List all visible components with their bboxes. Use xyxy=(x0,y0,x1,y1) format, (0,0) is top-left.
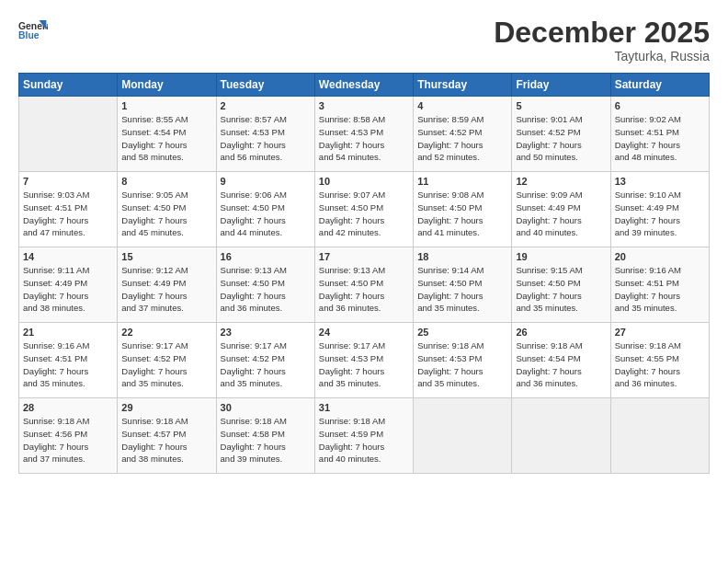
calendar-cell: 6Sunrise: 9:02 AMSunset: 4:51 PMDaylight… xyxy=(610,97,709,172)
cell-line: Sunrise: 9:01 AM xyxy=(516,114,582,124)
cell-line: Sunrise: 9:14 AM xyxy=(417,265,483,275)
cell-line: Sunrise: 9:12 AM xyxy=(121,265,188,275)
cell-line: Sunset: 4:53 PM xyxy=(319,127,383,137)
logo-icon: General Blue xyxy=(18,17,48,46)
cell-line: and 40 minutes. xyxy=(516,227,578,237)
calendar-cell xyxy=(512,398,610,474)
cell-line: Sunset: 4:53 PM xyxy=(319,353,383,363)
cell-line: Daylight: 7 hours xyxy=(121,366,187,376)
cell-content: Sunrise: 9:16 AMSunset: 4:51 PMDaylight:… xyxy=(23,339,113,390)
cell-line: Sunrise: 9:16 AM xyxy=(23,340,89,350)
cell-line: Sunrise: 9:11 AM xyxy=(23,265,89,275)
cell-line: Sunset: 4:50 PM xyxy=(319,278,383,288)
cell-line: Daylight: 7 hours xyxy=(221,140,286,150)
cell-line: Sunrise: 9:09 AM xyxy=(516,190,582,200)
cell-line: Sunset: 4:52 PM xyxy=(221,353,285,363)
cell-line: and 44 minutes. xyxy=(221,227,283,237)
cell-line: Daylight: 7 hours xyxy=(23,366,88,376)
cell-line: Sunset: 4:55 PM xyxy=(615,353,679,363)
cell-line: and 35 minutes. xyxy=(516,303,578,313)
cell-line: Sunset: 4:53 PM xyxy=(417,353,482,363)
cell-line: Sunset: 4:50 PM xyxy=(221,202,285,213)
day-number: 17 xyxy=(319,251,409,262)
cell-line: Daylight: 7 hours xyxy=(319,215,384,225)
calendar-cell: 28Sunrise: 9:18 AMSunset: 4:56 PMDayligh… xyxy=(19,398,118,474)
day-header-saturday: Saturday xyxy=(610,74,709,97)
cell-line: Sunset: 4:53 PM xyxy=(221,127,285,137)
cell-line: and 39 minutes. xyxy=(615,227,677,237)
calendar-cell: 27Sunrise: 9:18 AMSunset: 4:55 PMDayligh… xyxy=(610,323,709,398)
cell-line: Daylight: 7 hours xyxy=(319,140,384,150)
cell-line: Sunrise: 9:15 AM xyxy=(516,265,582,275)
cell-line: Daylight: 7 hours xyxy=(221,442,286,452)
cell-line: Sunset: 4:59 PM xyxy=(319,429,383,439)
cell-line: Sunrise: 8:59 AM xyxy=(417,114,483,124)
cell-line: Sunset: 4:57 PM xyxy=(121,429,186,439)
cell-content: Sunrise: 9:03 AMSunset: 4:51 PMDaylight:… xyxy=(23,189,113,239)
cell-line: Sunrise: 9:17 AM xyxy=(319,340,385,350)
cell-line: Daylight: 7 hours xyxy=(221,366,286,376)
day-number: 14 xyxy=(23,251,113,262)
cell-content: Sunrise: 8:59 AMSunset: 4:52 PMDaylight:… xyxy=(417,113,507,164)
day-number: 16 xyxy=(221,251,311,262)
cell-content: Sunrise: 8:55 AMSunset: 4:54 PMDaylight:… xyxy=(121,113,211,164)
cell-line: and 47 minutes. xyxy=(23,227,85,237)
day-number: 12 xyxy=(516,176,606,187)
calendar-cell: 30Sunrise: 9:18 AMSunset: 4:58 PMDayligh… xyxy=(216,398,314,474)
cell-content: Sunrise: 9:17 AMSunset: 4:52 PMDaylight:… xyxy=(221,339,311,390)
cell-line: Sunrise: 9:02 AM xyxy=(615,114,681,124)
cell-line: Sunrise: 9:17 AM xyxy=(121,340,188,350)
cell-line: Daylight: 7 hours xyxy=(516,140,581,150)
day-number: 6 xyxy=(615,100,705,111)
month-title: December 2025 xyxy=(494,17,710,49)
cell-line: Sunrise: 8:57 AM xyxy=(221,114,287,124)
week-row-2: 14Sunrise: 9:11 AMSunset: 4:49 PMDayligh… xyxy=(19,247,710,323)
cell-line: and 58 minutes. xyxy=(121,152,184,162)
calendar-cell: 3Sunrise: 8:58 AMSunset: 4:53 PMDaylight… xyxy=(314,97,413,172)
cell-line: Daylight: 7 hours xyxy=(23,215,88,225)
cell-line: and 35 minutes. xyxy=(23,378,85,388)
cell-line: Daylight: 7 hours xyxy=(121,215,187,225)
calendar-cell: 21Sunrise: 9:16 AMSunset: 4:51 PMDayligh… xyxy=(19,323,118,398)
cell-content: Sunrise: 9:18 AMSunset: 4:56 PMDaylight:… xyxy=(23,415,113,465)
cell-line: Sunset: 4:51 PM xyxy=(23,202,87,213)
cell-content: Sunrise: 9:12 AMSunset: 4:49 PMDaylight:… xyxy=(121,264,211,315)
cell-line: Sunrise: 9:18 AM xyxy=(221,416,287,426)
cell-content: Sunrise: 9:15 AMSunset: 4:50 PMDaylight:… xyxy=(516,264,606,315)
cell-line: and 37 minutes. xyxy=(23,454,85,464)
calendar-cell: 2Sunrise: 8:57 AMSunset: 4:53 PMDaylight… xyxy=(216,97,314,172)
cell-content: Sunrise: 9:13 AMSunset: 4:50 PMDaylight:… xyxy=(221,264,311,315)
calendar-cell: 4Sunrise: 8:59 AMSunset: 4:52 PMDaylight… xyxy=(414,97,512,172)
day-number: 23 xyxy=(221,327,311,338)
cell-line: Sunset: 4:50 PM xyxy=(319,202,383,213)
cell-line: Daylight: 7 hours xyxy=(615,140,680,150)
day-number: 4 xyxy=(417,100,507,111)
day-number: 28 xyxy=(23,402,113,413)
cell-content: Sunrise: 9:01 AMSunset: 4:52 PMDaylight:… xyxy=(516,113,606,164)
calendar-cell: 8Sunrise: 9:05 AMSunset: 4:50 PMDaylight… xyxy=(118,172,216,247)
day-header-wednesday: Wednesday xyxy=(314,74,413,97)
cell-line: Sunrise: 9:16 AM xyxy=(615,265,681,275)
cell-line: and 56 minutes. xyxy=(221,152,283,162)
header: General Blue December 2025 Tayturka, Rus… xyxy=(18,17,710,63)
cell-line: Sunset: 4:50 PM xyxy=(417,202,482,213)
calendar-cell: 14Sunrise: 9:11 AMSunset: 4:49 PMDayligh… xyxy=(19,247,118,323)
calendar-cell xyxy=(610,398,709,474)
cell-line: Daylight: 7 hours xyxy=(23,442,88,452)
cell-line: Sunrise: 9:18 AM xyxy=(516,340,582,350)
day-number: 5 xyxy=(516,100,606,111)
cell-line: Sunrise: 9:18 AM xyxy=(121,416,188,426)
cell-content: Sunrise: 9:07 AMSunset: 4:50 PMDaylight:… xyxy=(319,189,409,239)
cell-content: Sunrise: 9:05 AMSunset: 4:50 PMDaylight:… xyxy=(121,189,211,239)
cell-line: Sunrise: 8:55 AM xyxy=(121,114,188,124)
cell-line: and 35 minutes. xyxy=(121,378,184,388)
cell-content: Sunrise: 9:11 AMSunset: 4:49 PMDaylight:… xyxy=(23,264,113,315)
day-number: 20 xyxy=(615,251,705,262)
day-number: 3 xyxy=(319,100,409,111)
cell-line: Sunrise: 9:03 AM xyxy=(23,190,89,200)
day-header-friday: Friday xyxy=(512,74,610,97)
week-row-1: 7Sunrise: 9:03 AMSunset: 4:51 PMDaylight… xyxy=(19,172,710,247)
cell-line: Daylight: 7 hours xyxy=(516,291,581,301)
calendar-cell: 20Sunrise: 9:16 AMSunset: 4:51 PMDayligh… xyxy=(610,247,709,323)
cell-line: Sunset: 4:52 PM xyxy=(121,353,186,363)
